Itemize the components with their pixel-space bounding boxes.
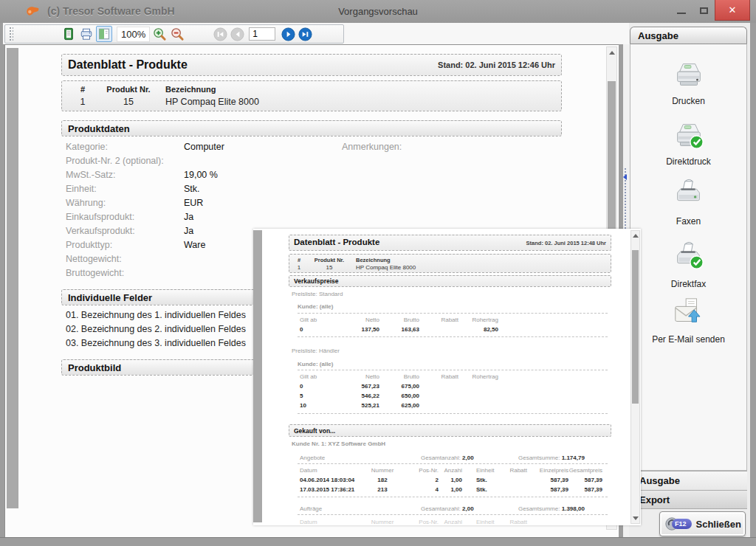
action-direktdruck[interactable]: Direktdruck <box>630 118 746 167</box>
col-header: Produkt Nr. <box>94 85 162 94</box>
col-header: Gilt ab <box>300 317 317 323</box>
section-gekauft-von: Gekauft von... <box>289 424 611 437</box>
scroll-up-icon[interactable] <box>631 231 639 241</box>
preview-toolbar: 100% <box>4 24 344 44</box>
col-header: Gilt ab <box>300 373 317 380</box>
page-layout-icon <box>97 27 111 41</box>
group-name: Aufträge <box>300 505 322 512</box>
scrollbar-thumb[interactable] <box>632 250 639 404</box>
divider <box>298 313 608 314</box>
action-label: Drucken <box>630 96 746 106</box>
table-cell: 1,00 <box>433 477 462 483</box>
divider <box>298 370 608 370</box>
group-summe: Gesamtsumme: 1.398,00 <box>518 505 585 512</box>
group-summe: Gesamtsumme: 1.174,79 <box>518 455 585 461</box>
fax-icon <box>672 178 706 212</box>
col-header: Einheit <box>476 519 494 525</box>
table-cell: 567,23 <box>335 383 379 390</box>
col-header: Rohertrag <box>454 317 498 323</box>
output-sidebar: Ausgabe Drucken <box>629 23 750 539</box>
col-header: Netto <box>335 317 379 323</box>
table-cell: 1 <box>294 264 304 271</box>
section-verkaufspreise: Verkaufspreise <box>289 275 611 287</box>
maximize-button[interactable] <box>693 0 715 21</box>
field-row: Einheit:Stk. <box>5 184 522 198</box>
f12-key-badge: F12 <box>672 519 692 529</box>
col-header: Anzahl <box>433 467 462 474</box>
field-row: Kategorie: Computer Anmerkungen: <box>5 142 522 156</box>
col-header: Gesamtpreis <box>558 467 602 474</box>
group-anzahl: Gesamtanzahl: 2,00 <box>421 505 474 512</box>
table-cell: 17.03.2015 17:36:21 <box>300 486 354 493</box>
col-header: Brutto <box>375 317 419 323</box>
zoom-out-button[interactable] <box>169 26 185 42</box>
col-header: # <box>75 85 90 94</box>
list-item: 01. Bezeichnung des 1. individuellen Fel… <box>66 310 246 320</box>
report-document-button[interactable] <box>61 26 77 42</box>
col-header: Rabatt <box>414 373 458 380</box>
table-cell: 5 <box>300 393 303 399</box>
doc-stand: Stand: 02. Juni 2015 12:46 Uhr <box>438 61 555 69</box>
collapse-arrow-icon[interactable] <box>623 174 627 180</box>
zoom-in-button[interactable] <box>151 26 168 42</box>
action-direktfax[interactable]: Direktfax <box>630 241 746 289</box>
first-page-button[interactable] <box>213 27 227 41</box>
page-number-input[interactable] <box>249 27 275 41</box>
zoom-out-icon <box>171 27 185 41</box>
col-header: Brutto <box>375 373 419 380</box>
close-window-button[interactable]: ✕ <box>715 0 750 21</box>
table-cell: Stk. <box>476 477 487 483</box>
divider <box>298 336 608 337</box>
page2-scrollbar[interactable] <box>630 230 640 524</box>
action-drucken[interactable]: Drucken <box>630 58 746 106</box>
minimize-icon <box>677 13 686 14</box>
group-anzahl: Gesamtanzahl: 2,00 <box>421 455 474 461</box>
printer-check-icon <box>672 118 706 152</box>
action-faxen[interactable]: Faxen <box>630 178 746 227</box>
field-label: Kategorie: <box>66 142 108 152</box>
accordion-export[interactable]: Export <box>630 490 747 509</box>
table-cell: 650,00 <box>375 393 419 399</box>
tab-ausgabe[interactable]: Ausgabe <box>630 27 747 44</box>
scroll-up-icon[interactable] <box>607 47 616 58</box>
doc-header-box: Datenblatt - Produkte Stand: 02. Juni 20… <box>289 235 611 251</box>
next-page-button[interactable] <box>281 27 295 41</box>
col-header: Netto <box>335 373 379 380</box>
minimize-button[interactable] <box>670 0 693 21</box>
last-page-icon <box>298 27 312 41</box>
table-cell: HP Compaq Elite 8000 <box>165 97 259 107</box>
col-header: Rohertrag <box>454 373 498 380</box>
fax-check-icon <box>672 241 706 274</box>
doc-title: Datenblatt - Produkte <box>294 238 379 246</box>
col-header: Datum <box>300 467 317 474</box>
action-label: Direktdruck <box>630 156 746 167</box>
col-header: Rabatt <box>498 467 527 474</box>
print-setup-button[interactable] <box>78 26 94 42</box>
divider <box>298 497 608 497</box>
page-layout-button[interactable] <box>96 26 112 42</box>
table-cell: 137,50 <box>335 326 379 333</box>
schliessen-label: Schließen <box>696 519 741 530</box>
table-cell: 546,22 <box>335 393 379 399</box>
field-row: Einkaufsprodukt:Ja <box>5 212 522 226</box>
titlebar[interactable]: (c) Tresor Software GmbH Vorgangsvorscha… <box>0 0 756 23</box>
last-page-button[interactable] <box>298 27 312 41</box>
action-email-senden[interactable]: Per E-Mail senden <box>630 296 746 345</box>
table-cell: 587,39 <box>558 486 602 493</box>
schliessen-button[interactable]: F12 Schließen <box>659 511 746 536</box>
toolbar-grip[interactable] <box>9 27 13 41</box>
col-header: Bezeichnung <box>356 257 391 263</box>
table-cell: HP Compaq Elite 8000 <box>356 264 416 271</box>
close-icon: ✕ <box>729 4 737 15</box>
accordion-ausgabe[interactable]: Ausgabe <box>630 471 747 490</box>
table-cell: 625,00 <box>375 402 419 409</box>
maximize-icon <box>700 7 708 14</box>
first-page-icon <box>213 27 227 41</box>
pricelist-label: Preisliste: Standard <box>292 291 343 297</box>
email-send-icon <box>672 296 706 330</box>
previous-page-button[interactable] <box>230 27 244 41</box>
table-cell: 1 <box>75 97 90 107</box>
printer-pages-icon <box>80 27 93 41</box>
table-cell: 163,63 <box>375 326 419 333</box>
scroll-down-icon[interactable] <box>631 514 639 523</box>
